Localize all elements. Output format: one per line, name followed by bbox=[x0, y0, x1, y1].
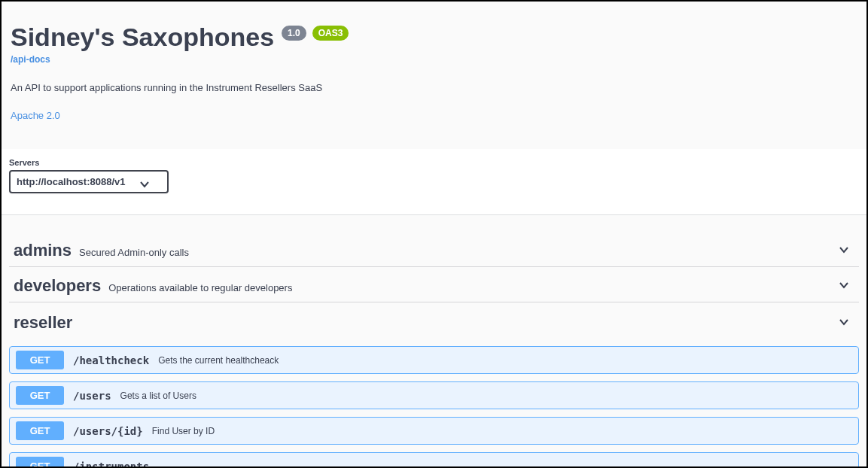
api-title: Sidney's Saxophones bbox=[11, 23, 274, 52]
endpoint-summary: Gets the current healthcheack bbox=[158, 355, 279, 366]
server-select[interactable]: http://localhost:8088/v1 bbox=[9, 170, 169, 193]
endpoint-instruments[interactable]: GET /instruments bbox=[9, 452, 859, 468]
endpoint-summary: Gets a list of Users bbox=[120, 391, 196, 401]
endpoint-users[interactable]: GET /users Gets a list of Users bbox=[9, 381, 859, 409]
servers-section: Servers http://localhost:8088/v1 bbox=[2, 149, 866, 214]
http-method-badge: GET bbox=[16, 386, 64, 405]
tag-name: reseller bbox=[9, 302, 72, 339]
tag-description: Operations available to regular develope… bbox=[108, 282, 292, 293]
tag-name: developers bbox=[9, 267, 101, 302]
server-selected-value: http://localhost:8088/v1 bbox=[17, 176, 125, 187]
tag-developers[interactable]: developers Operations available to regul… bbox=[9, 267, 859, 302]
chevron-down-icon bbox=[139, 178, 146, 186]
oas-badge: OAS3 bbox=[312, 26, 349, 41]
endpoint-path: /users bbox=[73, 390, 111, 402]
tag-name: admins bbox=[9, 232, 72, 266]
chevron-down-icon bbox=[838, 279, 850, 296]
swagger-frame: Sidney's Saxophones 1.0 OAS3 /api-docs A… bbox=[0, 0, 868, 468]
http-method-badge: GET bbox=[16, 421, 64, 440]
endpoint-path: /healthcheck bbox=[73, 354, 149, 366]
title-row: Sidney's Saxophones 1.0 OAS3 bbox=[11, 23, 857, 52]
info-section: Sidney's Saxophones 1.0 OAS3 /api-docs A… bbox=[2, 2, 866, 149]
chevron-down-icon bbox=[838, 244, 850, 260]
version-badge: 1.0 bbox=[282, 26, 306, 41]
endpoint-path: /users/{id} bbox=[73, 425, 143, 437]
endpoint-healthcheck[interactable]: GET /healthcheck Gets the current health… bbox=[9, 346, 859, 374]
tag-description: Secured Admin-only calls bbox=[79, 247, 189, 258]
servers-label: Servers bbox=[9, 158, 859, 167]
tag-admins[interactable]: admins Secured Admin-only calls bbox=[9, 215, 859, 267]
chevron-down-icon bbox=[838, 316, 850, 333]
endpoint-summary: Find User by ID bbox=[152, 426, 215, 436]
tag-reseller[interactable]: reseller bbox=[9, 302, 859, 339]
operations-section: admins Secured Admin-only calls develope… bbox=[2, 214, 866, 468]
http-method-badge: GET bbox=[16, 351, 64, 369]
base-path-link[interactable]: /api-docs bbox=[11, 54, 50, 65]
http-method-badge: GET bbox=[16, 457, 64, 468]
license-link[interactable]: Apache 2.0 bbox=[11, 110, 60, 121]
api-description: An API to support applications running i… bbox=[11, 82, 857, 93]
endpoint-user-by-id[interactable]: GET /users/{id} Find User by ID bbox=[9, 417, 859, 445]
endpoint-path: /instruments bbox=[73, 460, 149, 469]
